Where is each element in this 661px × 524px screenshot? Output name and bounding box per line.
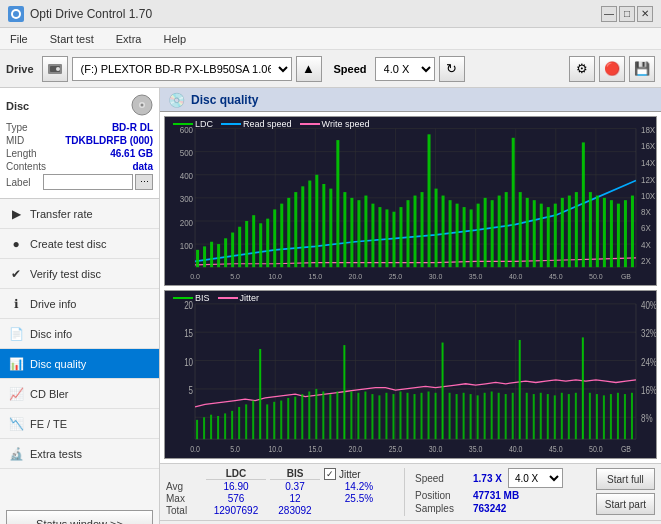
svg-text:40.0: 40.0 [509,271,523,281]
sidebar-item-disc-info[interactable]: 📄 Disc info [0,319,159,349]
svg-text:GB: GB [621,444,631,454]
drive-select[interactable]: (F:) PLEXTOR BD-R PX-LB950SA 1.06 [72,57,292,81]
legend-ldc: LDC [173,119,213,129]
svg-text:100: 100 [180,240,194,251]
samples-value: 763242 [473,503,506,514]
drive-label: Drive [6,63,34,75]
menu-help[interactable]: Help [157,31,192,47]
sidebar-item-drive-info[interactable]: ℹ Drive info [0,289,159,319]
sidebar-item-create-test-disc[interactable]: ● Create test disc [0,229,159,259]
sidebar-item-extra-tests[interactable]: 🔬 Extra tests [0,439,159,469]
svg-rect-89 [624,200,627,267]
svg-rect-37 [259,223,262,267]
svg-rect-36 [252,215,255,267]
svg-rect-60 [421,192,424,267]
refresh-button[interactable]: ↻ [439,56,465,82]
svg-rect-145 [252,400,254,439]
svg-rect-156 [329,394,331,439]
svg-text:10X: 10X [641,190,655,201]
svg-rect-147 [266,404,268,439]
svg-text:15.0: 15.0 [308,271,322,281]
bottom-chart: BIS Jitter [164,290,657,460]
disc-contents-row: Contents data [6,161,153,172]
svg-rect-38 [266,219,269,268]
menu-file[interactable]: File [4,31,34,47]
burn-button[interactable]: 🔴 [599,56,625,82]
svg-rect-150 [287,397,289,438]
svg-text:30.0: 30.0 [429,444,443,454]
disc-label-field[interactable] [43,174,133,190]
sidebar-item-disc-quality[interactable]: 📊 Disc quality [0,349,159,379]
speed-select[interactable]: 4.0 X [375,57,435,81]
menu-extra[interactable]: Extra [110,31,148,47]
svg-rect-55 [385,209,388,267]
svg-text:8X: 8X [641,207,651,218]
disc-label-btn[interactable]: ⋯ [135,174,153,190]
settings-button[interactable]: ⚙ [569,56,595,82]
sidebar-label-disc-info: Disc info [30,328,72,340]
disc-header: Disc [6,94,153,118]
svg-rect-191 [575,392,577,438]
sidebar-item-fe-te[interactable]: 📉 FE / TE [0,409,159,439]
svg-rect-79 [554,204,557,268]
menu-start-test[interactable]: Start test [44,31,100,47]
titlebar: Opti Drive Control 1.70 — □ ✕ [0,0,661,28]
jitter-check: ✓ Jitter [324,468,394,480]
svg-rect-32 [224,238,227,267]
speed-value: 1.73 X [473,473,502,484]
svg-text:16X: 16X [641,141,655,152]
save-button[interactable]: 💾 [629,56,655,82]
minimize-button[interactable]: — [601,6,617,22]
start-part-button[interactable]: Start part [596,493,655,515]
svg-text:32%: 32% [641,328,656,339]
svg-rect-56 [392,212,395,267]
svg-rect-31 [217,244,220,267]
svg-text:20.0: 20.0 [349,271,363,281]
disc-label-input-group: ⋯ [43,174,153,190]
sidebar-item-transfer-rate[interactable]: ▶ Transfer rate [0,199,159,229]
svg-rect-77 [540,204,543,268]
svg-rect-158 [343,345,345,439]
svg-rect-153 [308,391,310,439]
jitter-checkbox[interactable]: ✓ [324,468,336,480]
svg-rect-49 [343,192,346,267]
svg-rect-34 [238,227,241,267]
svg-rect-189 [561,392,563,438]
svg-rect-45 [315,175,318,267]
sidebar-item-cd-bler[interactable]: 📈 CD Bler [0,379,159,409]
drive-icon-btn[interactable] [42,56,68,82]
disc-type-label: Type [6,122,28,133]
start-full-button[interactable]: Start full [596,468,655,490]
speed-label: Speed [334,63,367,75]
eject-button[interactable]: ▲ [296,56,322,82]
svg-rect-29 [203,246,206,267]
ldc-label: LDC [195,119,213,129]
svg-rect-80 [561,198,564,267]
toolbar: Drive (F:) PLEXTOR BD-R PX-LB950SA 1.06 … [0,50,661,88]
speed-select-dropdown[interactable]: 4.0 X [508,468,563,488]
quality-disc-icon: 💿 [168,92,185,108]
svg-text:6X: 6X [641,223,651,234]
svg-rect-146 [259,348,261,438]
svg-text:10.0: 10.0 [268,444,282,454]
svg-rect-86 [603,198,606,267]
close-button[interactable]: ✕ [637,6,653,22]
status-window-button[interactable]: Status window >> [6,510,153,524]
sidebar-label-create-test-disc: Create test disc [30,238,106,250]
sidebar-item-verify-test-disc[interactable]: ✔ Verify test disc [0,259,159,289]
svg-rect-161 [364,391,366,439]
svg-text:40.0: 40.0 [509,444,523,454]
svg-text:50.0: 50.0 [589,444,603,454]
maximize-button[interactable]: □ [619,6,635,22]
svg-rect-88 [617,204,620,268]
svg-rect-166 [399,391,401,439]
svg-rect-61 [428,134,431,267]
svg-text:2X: 2X [641,255,651,266]
svg-rect-199 [631,392,633,438]
disc-mid-row: MID TDKBLDRFB (000) [6,135,153,146]
top-chart-legend: LDC Read speed Write speed [173,119,369,129]
extra-tests-icon: 🔬 [8,446,24,462]
bis-label: BIS [195,293,210,303]
cd-bler-icon: 📈 [8,386,24,402]
svg-text:GB: GB [621,271,631,281]
